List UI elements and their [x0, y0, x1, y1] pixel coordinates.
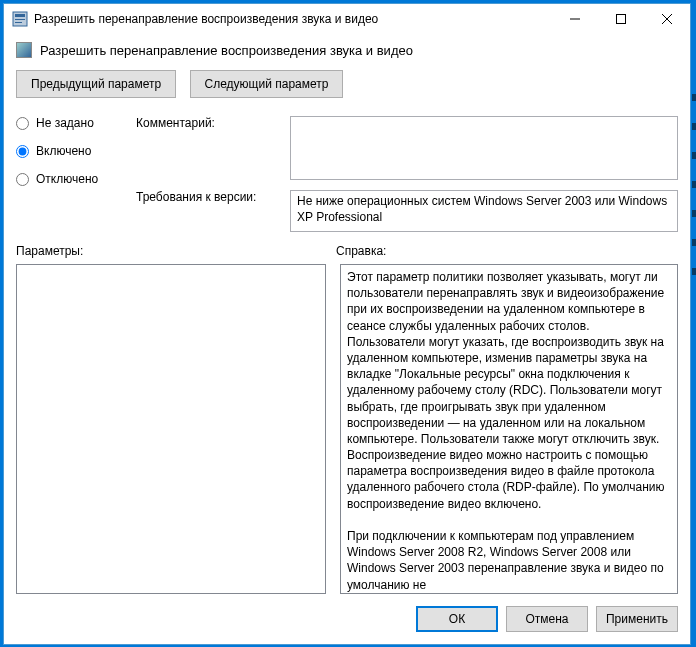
requirements-label: Требования к версии: — [136, 190, 282, 232]
svg-rect-3 — [15, 22, 22, 23]
svg-rect-1 — [15, 14, 25, 17]
apply-button[interactable]: Применить — [596, 606, 678, 632]
background-edge-hints — [692, 94, 696, 275]
cancel-button[interactable]: Отмена — [506, 606, 588, 632]
help-label: Справка: — [336, 244, 386, 258]
radio-disabled-input[interactable] — [16, 173, 29, 186]
radio-not-configured-input[interactable] — [16, 117, 29, 130]
titlebar: Разрешить перенаправление воспроизведени… — [4, 4, 690, 34]
policy-dialog: Разрешить перенаправление воспроизведени… — [3, 3, 691, 645]
svg-rect-2 — [15, 19, 25, 20]
ok-button[interactable]: ОК — [416, 606, 498, 632]
maximize-button[interactable] — [598, 4, 644, 34]
parameters-panel — [16, 264, 326, 594]
close-button[interactable] — [644, 4, 690, 34]
radio-enabled[interactable]: Включено — [16, 144, 124, 158]
previous-setting-button[interactable]: Предыдущий параметр — [16, 70, 176, 98]
header: Разрешить перенаправление воспроизведени… — [16, 42, 678, 58]
policy-header-icon — [16, 42, 32, 58]
radio-label: Не задано — [36, 116, 94, 130]
radio-disabled[interactable]: Отключено — [16, 172, 124, 186]
requirements-text: Не ниже операционных систем Windows Serv… — [290, 190, 678, 232]
svg-rect-5 — [617, 15, 626, 24]
window-title: Разрешить перенаправление воспроизведени… — [34, 12, 552, 26]
parameters-label: Параметры: — [16, 244, 336, 258]
help-panel[interactable]: Этот параметр политики позволяет указыва… — [340, 264, 678, 594]
minimize-button[interactable] — [552, 4, 598, 34]
radio-enabled-input[interactable] — [16, 145, 29, 158]
radio-label: Отключено — [36, 172, 98, 186]
comment-label: Комментарий: — [136, 116, 282, 180]
next-setting-button[interactable]: Следующий параметр — [190, 70, 344, 98]
header-title: Разрешить перенаправление воспроизведени… — [40, 43, 413, 58]
radio-not-configured[interactable]: Не задано — [16, 116, 124, 130]
policy-icon — [12, 11, 28, 27]
radio-label: Включено — [36, 144, 91, 158]
comment-input[interactable] — [290, 116, 678, 180]
